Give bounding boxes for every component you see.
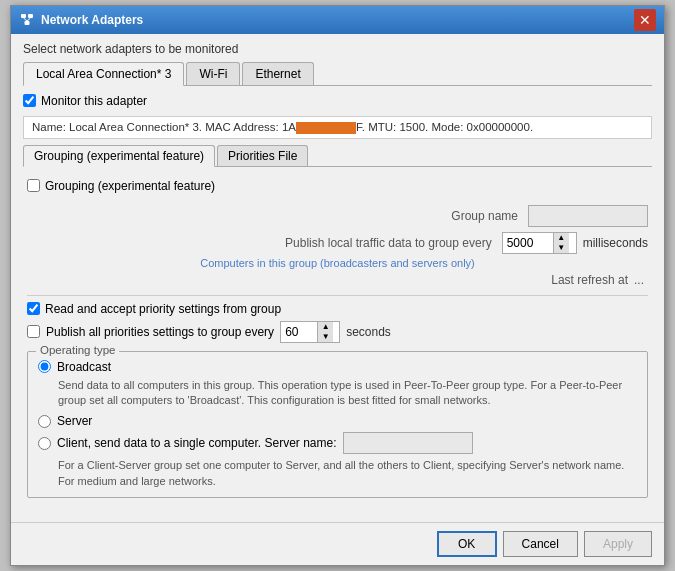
server-radio[interactable] xyxy=(38,415,51,428)
window-icon xyxy=(19,12,35,28)
monitor-label-text: Monitor this adapter xyxy=(41,94,147,108)
info-bar: Name: Local Area Connection* 3. MAC Addr… xyxy=(23,116,652,139)
window-title: Network Adapters xyxy=(41,13,143,27)
title-bar-left: Network Adapters xyxy=(19,12,143,28)
client-radio-row: Client, send data to a single computer. … xyxy=(38,432,637,454)
main-tab-bar: Local Area Connection* 3 Wi-Fi Ethernet xyxy=(23,62,652,86)
publish-all-spin-buttons: ▲ ▼ xyxy=(317,322,333,342)
publish-all-row: Publish all priorities settings to group… xyxy=(27,321,648,343)
monitor-checkbox-label[interactable]: Monitor this adapter xyxy=(23,94,147,108)
sub-tab-bar: Grouping (experimental feature) Prioriti… xyxy=(23,145,652,167)
grouping-checkbox-label[interactable]: Grouping (experimental feature) xyxy=(27,179,215,193)
server-radio-row: Server xyxy=(38,414,637,428)
broadcast-desc: Send data to all computers in this group… xyxy=(58,378,637,409)
separator-1 xyxy=(27,295,648,296)
svg-rect-0 xyxy=(21,14,26,18)
sub-tab-grouping[interactable]: Grouping (experimental feature) xyxy=(23,145,215,167)
info-suffix: F. MTU: 1500. Mode: 0x00000000. xyxy=(356,121,533,133)
operating-type-box: Operating type Broadcast Send data to al… xyxy=(27,351,648,499)
last-refresh-row: Last refresh at ... xyxy=(27,273,648,287)
info-prefix: Name: Local Area Connection* 3. MAC Addr… xyxy=(32,121,296,133)
subtitle: Select network adapters to be monitored xyxy=(23,42,652,56)
broadcast-radio-row: Broadcast xyxy=(38,360,637,374)
publish-spin-up[interactable]: ▲ xyxy=(553,233,569,243)
read-priority-text: Read and accept priority settings from g… xyxy=(45,302,281,316)
server-label: Server xyxy=(57,414,92,428)
svg-rect-2 xyxy=(25,21,30,25)
svg-rect-1 xyxy=(28,14,33,18)
publish-spin-input[interactable] xyxy=(503,233,553,253)
grouping-label-text: Grouping (experimental feature) xyxy=(45,179,215,193)
window-content: Select network adapters to be monitored … xyxy=(11,34,664,523)
publish-all-spin-up[interactable]: ▲ xyxy=(317,322,333,332)
tab-ethernet[interactable]: Ethernet xyxy=(242,62,313,85)
svg-line-3 xyxy=(24,18,28,21)
grouping-checkbox[interactable] xyxy=(27,179,40,192)
seconds-label: seconds xyxy=(346,325,391,339)
title-bar: Network Adapters ✕ xyxy=(11,6,664,34)
publish-spin-wrapper: ▲ ▼ xyxy=(502,232,577,254)
publish-spin-down[interactable]: ▼ xyxy=(553,243,569,253)
publish-all-spin-down[interactable]: ▼ xyxy=(317,332,333,342)
hint-text: Computers in this group (broadcasters an… xyxy=(27,257,648,269)
operating-legend: Operating type xyxy=(36,344,119,356)
publish-all-spin-wrapper: ▲ ▼ xyxy=(280,321,340,343)
read-priority-label[interactable]: Read and accept priority settings from g… xyxy=(27,302,281,316)
network-adapters-window: Network Adapters ✕ Select network adapte… xyxy=(10,5,665,567)
tab-local-area[interactable]: Local Area Connection* 3 xyxy=(23,62,184,86)
publish-spin-buttons: ▲ ▼ xyxy=(553,233,569,253)
read-priority-checkbox[interactable] xyxy=(27,302,40,315)
last-refresh-value: ... xyxy=(634,273,644,287)
monitor-checkbox[interactable] xyxy=(23,94,36,107)
monitor-row: Monitor this adapter xyxy=(23,94,652,108)
broadcast-label: Broadcast xyxy=(57,360,111,374)
group-name-label: Group name xyxy=(451,209,522,223)
apply-button[interactable]: Apply xyxy=(584,531,652,557)
mac-redacted xyxy=(296,122,356,134)
publish-all-label: Publish all priorities settings to group… xyxy=(46,325,274,339)
client-label: Client, send data to a single computer. … xyxy=(57,436,337,450)
client-desc: For a Client-Server group set one comput… xyxy=(58,458,637,489)
close-button[interactable]: ✕ xyxy=(634,9,656,31)
group-name-input[interactable] xyxy=(528,205,648,227)
server-name-input[interactable] xyxy=(343,432,473,454)
group-name-row: Group name xyxy=(27,205,648,227)
sub-tab-priorities[interactable]: Priorities File xyxy=(217,145,308,166)
publish-all-checkbox[interactable] xyxy=(27,325,40,338)
button-bar: OK Cancel Apply xyxy=(11,522,664,565)
publish-all-spin-input[interactable] xyxy=(281,322,317,342)
section-content: Grouping (experimental feature) Group na… xyxy=(23,175,652,515)
publish-traffic-row: Publish local traffic data to group ever… xyxy=(27,232,648,254)
publish-traffic-label: Publish local traffic data to group ever… xyxy=(285,236,496,250)
client-radio[interactable] xyxy=(38,437,51,450)
grouping-check-row: Grouping (experimental feature) xyxy=(27,179,648,193)
svg-line-4 xyxy=(27,18,31,21)
tab-wifi[interactable]: Wi-Fi xyxy=(186,62,240,85)
broadcast-radio[interactable] xyxy=(38,360,51,373)
ok-button[interactable]: OK xyxy=(437,531,497,557)
last-refresh-label: Last refresh at xyxy=(551,273,628,287)
read-priority-row: Read and accept priority settings from g… xyxy=(27,302,648,316)
milliseconds-label: milliseconds xyxy=(583,236,648,250)
cancel-button[interactable]: Cancel xyxy=(503,531,578,557)
